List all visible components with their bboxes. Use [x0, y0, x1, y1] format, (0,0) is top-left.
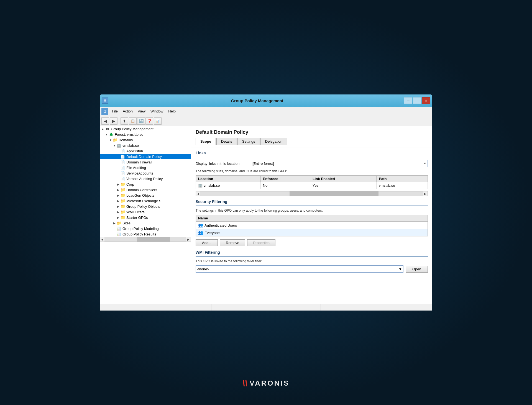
wmi-open-button[interactable]: Open	[406, 266, 428, 273]
gpo-label: Group Policy Objects	[126, 204, 160, 209]
gpm-label: Group Policy Modeling	[122, 227, 159, 231]
location-dropdown[interactable]: [Entire forest] ▼	[251, 160, 428, 167]
tree-item-domains[interactable]: ▼ 📁 Domains	[100, 137, 191, 143]
tree-item-domainFirewall[interactable]: 📄 Domain Firewall	[100, 159, 191, 165]
tree-item-domainControllers[interactable]: ▶ 📁 Domain Controllers	[100, 187, 191, 193]
table-scroll-left[interactable]: ◀	[196, 192, 200, 195]
tree-item-vrnslab[interactable]: ▼ 🏢 vrnslab.se	[100, 143, 191, 148]
status-bar	[100, 304, 432, 311]
wmi-icon: 📁	[120, 210, 125, 214]
starter-label: Starter GPOs	[126, 216, 148, 220]
expand-root: ▲	[101, 127, 105, 131]
expand-ddp	[116, 155, 120, 158]
left-panel-scrollbar[interactable]: ◀ ▶	[100, 237, 191, 242]
refresh-button[interactable]: 🔄	[137, 117, 145, 125]
gpr-label: Group Policy Results	[122, 232, 156, 236]
tree-item-varonisAuditingPolicy[interactable]: 📄 Varonis Auditing Policy	[100, 176, 191, 181]
tree-item-appDistrib[interactable]: 📄 AppDistrib	[100, 148, 191, 154]
window-controls: ─ □ ✕	[404, 97, 430, 104]
tree-item-loadGen[interactable]: ▶ 📁 LoadGen Objects	[100, 193, 191, 198]
vap-label: Varonis Auditing Policy	[126, 177, 163, 181]
minimize-button[interactable]: ─	[404, 97, 412, 104]
close-button[interactable]: ✕	[422, 97, 430, 104]
domains-icon: 📁	[112, 138, 117, 142]
back-button[interactable]: ◀	[101, 117, 109, 125]
help-button[interactable]: ❓	[145, 117, 153, 125]
title-bar: 🖥 Group Policy Management ─ □ ✕	[100, 94, 432, 107]
sites-icon: 📁	[116, 221, 121, 225]
expand-lg: ▶	[116, 193, 120, 197]
expand-corp: ▶	[116, 182, 120, 186]
filter-col-empty	[406, 215, 428, 222]
varonis-v-icon: \\	[242, 378, 247, 388]
df-label: Domain Firewall	[126, 160, 152, 164]
tree-item-serviceAccounts[interactable]: 📄 ServiceAccounts	[100, 170, 191, 176]
col-path: Path	[377, 176, 428, 182]
tree-item-corp[interactable]: ▶ 📁 Corp	[100, 181, 191, 187]
tree-item-forest[interactable]: ▼ 🌲 Forest: vrnslab.se	[100, 132, 191, 137]
col-enforced: Enforced	[260, 176, 310, 182]
add-button[interactable]: Add...	[196, 239, 218, 246]
expand-fa	[116, 166, 120, 170]
remove-button[interactable]: Remove	[220, 239, 245, 246]
links-divider	[196, 157, 428, 157]
table-scroll-track	[200, 191, 423, 196]
corp-icon: 📁	[120, 182, 125, 186]
tab-scope[interactable]: Scope	[196, 138, 216, 145]
security-filter-table: Name 👥Authenticated Users	[196, 215, 428, 237]
cell-location: 🏢vmslab.se	[196, 182, 261, 189]
tree-item-gpResults[interactable]: 📊 Group Policy Results	[100, 231, 191, 237]
status-section-3	[321, 304, 430, 311]
tree-item-fileAuditing[interactable]: 📄 File Auditing	[100, 165, 191, 170]
tree-item-defaultDomainPolicy[interactable]: 📄 Default Domain Policy	[100, 154, 191, 159]
filter-row-everyone[interactable]: 👥Everyone	[196, 229, 428, 237]
fa-icon: 📄	[120, 165, 125, 170]
tab-delegation[interactable]: Delegation	[260, 138, 287, 145]
col-location: Location	[196, 176, 261, 182]
menu-help[interactable]: Help	[166, 108, 178, 114]
tree-item-root[interactable]: ▲ 🖥 Group Policy Management	[100, 126, 191, 132]
cell-enforced: No	[260, 182, 310, 189]
restore-button[interactable]: □	[413, 97, 421, 104]
tree-item-groupPolicyObjects[interactable]: ▶ 📁 Group Policy Objects	[100, 204, 191, 209]
table-scrollbar[interactable]: ◀ ▶	[196, 191, 428, 196]
up-button[interactable]: ⬆	[121, 117, 128, 125]
menu-bar: 🖥 File Action View Window Help	[100, 107, 432, 116]
forward-button[interactable]: ▶	[110, 117, 117, 125]
table-scroll-right[interactable]: ▶	[423, 192, 428, 195]
main-area: ▲ 🖥 Group Policy Management ▼ 🌲 Forest: …	[100, 126, 432, 304]
expand-vap	[116, 177, 120, 181]
security-info-text: The settings in this GPO can only apply …	[196, 209, 428, 212]
tab-settings[interactable]: Settings	[237, 138, 260, 145]
wmi-dropdown[interactable]: <none> ▼	[196, 265, 403, 273]
tree-item-starterGPOs[interactable]: ▶ 📁 Starter GPOs	[100, 215, 191, 220]
table-scroll-thumb	[290, 191, 379, 196]
filter-row-auth-users[interactable]: 👥Authenticated Users	[196, 222, 428, 229]
wmi-label: WMI Filters	[126, 210, 145, 214]
properties-button[interactable]: Properties	[247, 239, 275, 246]
status-section-2	[211, 304, 321, 311]
menu-view[interactable]: View	[135, 108, 148, 114]
mse-icon: 📁	[120, 199, 125, 203]
wmi-filtering-heading: WMI Filtering	[196, 250, 428, 255]
scroll-right-arrow[interactable]: ▶	[186, 238, 191, 241]
tree-item-gpModeling[interactable]: 📊 Group Policy Modeling	[100, 226, 191, 231]
table-row[interactable]: 🏢vmslab.se No Yes vmslab.se	[196, 182, 428, 189]
tree-item-wmiFilters[interactable]: ▶ 📁 WMI Filters	[100, 209, 191, 215]
toolbar: ◀ ▶ ⬆ 📋 🔄 ❓ 📊	[100, 116, 432, 126]
scroll-left-arrow[interactable]: ◀	[100, 238, 104, 241]
view-button[interactable]: 📋	[129, 117, 137, 125]
menu-action[interactable]: Action	[121, 108, 135, 114]
tree-item-msExchange[interactable]: ▶ 📁 Microsoft Exchange Secu	[100, 198, 191, 204]
menu-window[interactable]: Window	[148, 108, 165, 114]
menu-file[interactable]: File	[110, 108, 120, 114]
everyone-cell: 👥Everyone	[196, 229, 406, 237]
security-filtering-heading: Security Filtering	[196, 199, 428, 204]
console-button[interactable]: 📊	[154, 117, 162, 125]
tree-item-sites[interactable]: ▶ 📁 Sites	[100, 220, 191, 226]
df-icon: 📄	[120, 160, 125, 164]
tabs: Scope Details Settings Delegation	[196, 137, 428, 145]
application-window: 🖥 Group Policy Management ─ □ ✕ 🖥 File A…	[100, 94, 432, 311]
wmi-info-text: This GPO is linked to the following WMI …	[196, 259, 428, 263]
tab-details[interactable]: Details	[216, 138, 237, 145]
